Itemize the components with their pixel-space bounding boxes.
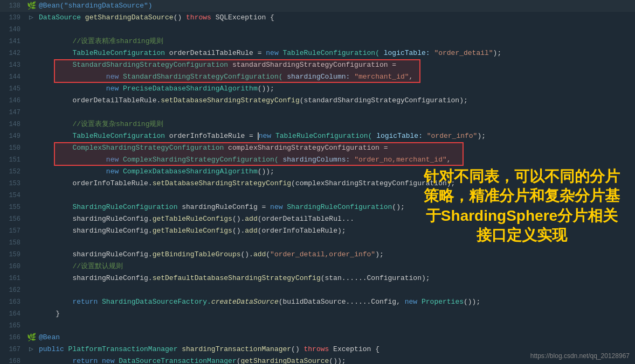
line-number: 168 [0, 355, 26, 364]
code-line: 159 shardingRuleConfig.getBindingTableGr… [0, 249, 635, 261]
line-number: 149 [0, 130, 26, 142]
line-code-content: TableRuleConfiguration orderDetailTableR… [37, 47, 635, 59]
line-number: 165 [0, 320, 26, 332]
code-line: 142 TableRuleConfiguration orderDetailTa… [0, 47, 635, 59]
line-number: 161 [0, 272, 26, 284]
line-number: 164 [0, 308, 26, 320]
line-code-content: //设置默认规则 [37, 261, 635, 272]
line-number: 143 [0, 59, 26, 71]
code-line: 151 new ComplexShardingStrategyConfigura… [0, 154, 635, 166]
line-number: 154 [0, 190, 26, 201]
code-line: 165 [0, 320, 635, 332]
line-number: 150 [0, 142, 26, 154]
watermark: https://blog.csdn.net/qq_20128967 [530, 352, 630, 360]
line-number: 163 [0, 296, 26, 308]
code-line: 162 [0, 284, 635, 296]
line-code-content: return ShardingDataSourceFactory.createD… [37, 296, 635, 308]
line-number: 146 [0, 95, 26, 107]
line-code-content: @Bean("shardingDataSource") [37, 0, 635, 12]
line-number: 145 [0, 83, 26, 95]
line-code-content: TableRuleConfiguration orderInfoTableRul… [37, 130, 635, 142]
line-number: 139 [0, 12, 26, 24]
code-line: 140 [0, 24, 635, 36]
line-code-content: StandardShardingStrategyConfiguration st… [37, 59, 635, 71]
line-number: 140 [0, 24, 26, 36]
line-number: 158 [0, 237, 26, 249]
line-code-content: shardingRuleConfig.setDefaultDatabaseSha… [37, 272, 635, 284]
line-number: 152 [0, 166, 26, 178]
line-code-content: shardingRuleConfig.getBindingTableGroups… [37, 249, 635, 261]
code-line: 144 new StandardShardingStrategyConfigur… [0, 71, 635, 83]
line-number: 144 [0, 71, 26, 83]
code-line: 149 TableRuleConfiguration orderInfoTabl… [0, 130, 635, 142]
code-line: 164 } [0, 308, 635, 320]
line-gutter: ▷ [26, 12, 37, 24]
line-number: 159 [0, 249, 26, 261]
line-number: 142 [0, 47, 26, 59]
line-number: 160 [0, 261, 26, 272]
line-number: 162 [0, 284, 26, 296]
line-code-content: new ComplexShardingStrategyConfiguration… [37, 154, 635, 166]
code-line: 166🌿@Bean [0, 332, 635, 344]
line-number: 166 [0, 332, 26, 344]
code-line: 148 //设置表复杂sharding规则 [0, 118, 635, 130]
line-number: 151 [0, 154, 26, 166]
line-number: 138 [0, 0, 26, 12]
line-code-content: } [37, 308, 635, 320]
code-line: 138🌿@Bean("shardingDataSource") [0, 0, 635, 12]
code-line: 143 StandardShardingStrategyConfiguratio… [0, 59, 635, 71]
line-number: 156 [0, 213, 26, 225]
code-line: 160 //设置默认规则 [0, 261, 635, 272]
line-number: 167 [0, 344, 26, 355]
line-number: 155 [0, 201, 26, 213]
code-line: 139▷DataSource getShardingDataSource() t… [0, 12, 635, 24]
code-line: 161 shardingRuleConfig.setDefaultDatabas… [0, 272, 635, 284]
line-code-content: orderDetailTableRule.setDatabaseSharding… [37, 95, 635, 107]
line-gutter: 🌿 [26, 332, 37, 344]
code-line: 146 orderDetailTableRule.setDatabaseShar… [0, 95, 635, 107]
line-code-content: DataSource getShardingDataSource() throw… [37, 12, 635, 24]
line-number: 147 [0, 107, 26, 118]
code-line: 141 //设置表精准sharding规则 [0, 36, 635, 47]
line-code-content: //设置表精准sharding规则 [37, 36, 635, 47]
line-number: 141 [0, 36, 26, 47]
code-editor: 138🌿@Bean("shardingDataSource")139▷DataS… [0, 0, 635, 364]
code-line: 145 new PreciseDatabaseShardingAlgorithm… [0, 83, 635, 95]
line-gutter: ▷ [26, 344, 37, 355]
code-line: 163 return ShardingDataSourceFactory.cre… [0, 296, 635, 308]
overlay-annotation: 针对不同表，可以不同的分片策略，精准分片和复杂分片基于ShardingSpher… [419, 167, 624, 246]
line-number: 148 [0, 118, 26, 130]
code-line: 147 [0, 107, 635, 118]
line-gutter: 🌿 [26, 0, 37, 12]
line-code-content: new PreciseDatabaseShardingAlgorithm()); [37, 83, 635, 95]
line-number: 153 [0, 178, 26, 190]
line-code-content: //设置表复杂sharding规则 [37, 118, 635, 130]
line-number: 157 [0, 225, 26, 237]
line-code-content: ComplexShardingStrategyConfiguration com… [37, 142, 635, 154]
code-line: 150 ComplexShardingStrategyConfiguration… [0, 142, 635, 154]
line-code-content: @Bean [37, 332, 635, 344]
line-code-content: new StandardShardingStrategyConfiguratio… [37, 71, 635, 83]
